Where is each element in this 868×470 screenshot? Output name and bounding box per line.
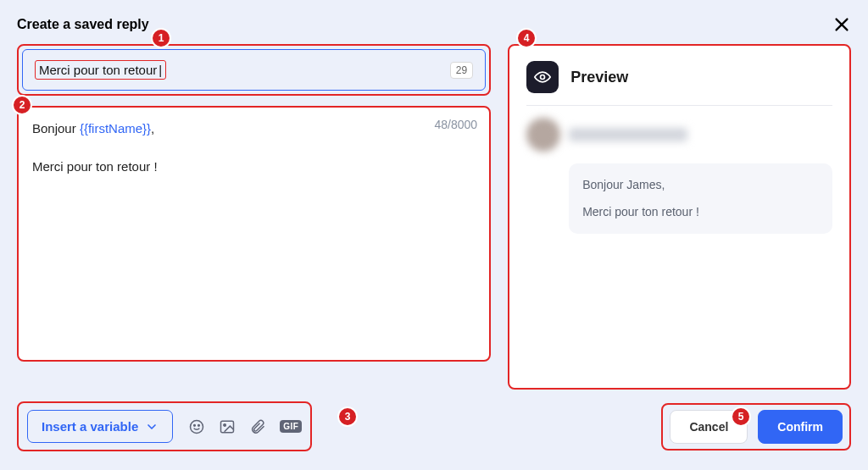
name-input-value: Merci pour ton retour [35, 60, 166, 80]
preview-title: Preview [570, 69, 628, 86]
paperclip-icon [249, 418, 266, 435]
preview-header: Preview [526, 61, 832, 93]
name-input[interactable]: Merci pour ton retour 29 [22, 49, 486, 91]
chevron-down-icon [145, 420, 159, 434]
sender-name-redacted [569, 128, 687, 141]
svg-rect-6 [221, 421, 234, 432]
message-editor[interactable]: 48/8000 Bonjour {{firstName}}, Merci pou… [17, 106, 491, 362]
callout-3: 3 [337, 406, 358, 427]
modal-body: Merci pour ton retour 29 48/8000 Bonjour… [17, 44, 851, 390]
name-char-remaining: 29 [450, 62, 473, 79]
emoji-button[interactable] [188, 418, 205, 435]
callout-1: 1 [151, 28, 171, 48]
preview-panel: Preview Bonjour James, Merci pour ton re… [508, 44, 851, 390]
text: Bonjour [32, 121, 80, 135]
message-char-counter: 48/8000 [435, 118, 478, 131]
editor-toolbar: Insert a variable GIF [17, 401, 312, 451]
eye-icon [534, 69, 551, 86]
close-button[interactable] [832, 15, 851, 34]
insert-variable-button[interactable]: Insert a variable [27, 410, 173, 443]
svg-point-7 [224, 423, 226, 426]
name-section: Merci pour ton retour 29 [17, 44, 491, 96]
preview-line: Merci pour ton retour ! [582, 202, 819, 221]
gif-icon: GIF [280, 420, 302, 433]
modal-footer: Insert a variable GIF Cancel Con [17, 401, 851, 451]
preview-message-bubble: Bonjour James, Merci pour ton retour ! [569, 163, 832, 234]
callout-2: 2 [12, 95, 32, 115]
gif-button[interactable]: GIF [280, 420, 302, 433]
preview-line: Bonjour James, [582, 175, 819, 194]
modal-title: Create a saved reply [17, 17, 149, 32]
preview-sender [526, 118, 832, 152]
right-column: Preview Bonjour James, Merci pour ton re… [508, 44, 851, 390]
saved-reply-modal: Create a saved reply Merci pour ton reto… [0, 0, 868, 470]
message-content: Bonjour {{firstName}}, Merci pour ton re… [32, 119, 476, 177]
svg-point-2 [541, 75, 545, 80]
smile-icon [188, 418, 205, 435]
editor-line: Merci pour ton retour ! [32, 158, 476, 177]
variable-token[interactable]: {{firstName}} [80, 121, 151, 135]
callout-5: 5 [731, 406, 751, 427]
svg-point-4 [194, 424, 196, 426]
text: , [151, 121, 154, 135]
action-buttons: Cancel Confirm [661, 403, 851, 451]
editor-line: Bonjour {{firstName}}, [32, 119, 476, 139]
svg-point-5 [198, 424, 200, 426]
confirm-button[interactable]: Confirm [758, 410, 843, 444]
toolbar-icons: GIF [188, 418, 302, 435]
svg-point-3 [191, 420, 203, 433]
callout-4: 4 [516, 28, 537, 48]
left-column: Merci pour ton retour 29 48/8000 Bonjour… [17, 44, 491, 390]
attachment-button[interactable] [249, 418, 266, 435]
modal-header: Create a saved reply [17, 15, 851, 34]
image-button[interactable] [219, 418, 236, 435]
image-icon [219, 418, 236, 435]
close-icon [832, 15, 851, 34]
insert-variable-label: Insert a variable [42, 419, 138, 434]
preview-icon-box [526, 61, 559, 93]
divider [526, 105, 832, 106]
avatar [526, 118, 560, 152]
